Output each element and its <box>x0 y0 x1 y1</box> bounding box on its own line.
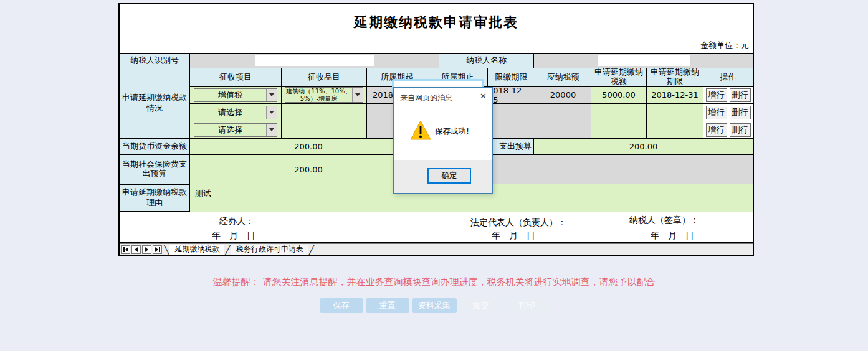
tab-edge-decoration: ╱ <box>309 245 314 255</box>
defer-deadline-cell[interactable]: 2018-12-31 <box>647 87 703 104</box>
tab-defer-tax[interactable]: 延期缴纳税款 <box>169 245 224 255</box>
last-sheet-button[interactable] <box>153 245 162 254</box>
dialog-footer: 确定 <box>394 160 492 193</box>
pay-deadline-cell <box>488 121 535 139</box>
social-value[interactable]: 200.00 <box>190 155 427 184</box>
item-cell[interactable] <box>282 121 367 139</box>
project-select-value: 请选择 <box>194 106 266 119</box>
funds-value[interactable]: 200.00 <box>190 139 427 155</box>
row-actions-cell: 增行 删行 <box>703 121 753 139</box>
defer-deadline-cell[interactable] <box>647 121 703 139</box>
sheet-tab-strip: ╲ 延期缴纳税款 ╱ 税务行政许可申请表 ╱ <box>120 243 753 255</box>
chevron-down-icon[interactable] <box>266 89 277 101</box>
taxpayer-seal-label: 纳税人（签章）： <box>629 215 699 226</box>
chevron-down-icon[interactable] <box>352 88 363 102</box>
collect-data-button[interactable]: 资料采集 <box>412 298 457 313</box>
tax-due-cell: 20000 <box>535 87 591 104</box>
item-select[interactable]: 建筑物（11%、10%、5%）-增量房 <box>285 87 363 103</box>
social-label: 当期社会保险费支出预算 <box>120 155 190 184</box>
col-header-actions: 操作 <box>703 68 753 87</box>
agent-label: 经办人： <box>219 216 254 227</box>
col-header-defer-deadline: 申请延期缴纳期限 <box>647 68 703 87</box>
project-select[interactable]: 请选择 <box>194 106 277 119</box>
defer-section-label: 申请延期缴纳税款情况 <box>120 68 190 139</box>
project-select[interactable]: 增值税 <box>194 88 277 102</box>
reset-button[interactable]: 重置 <box>366 298 409 313</box>
prev-sheet-button[interactable] <box>131 245 141 254</box>
col-header-item: 征收品目 <box>282 68 367 87</box>
defer-amount-cell[interactable]: 5000.00 <box>591 87 647 104</box>
tab-edge-decoration: ╱ <box>225 245 230 255</box>
dialog-title: 来自网页的消息 <box>400 93 452 103</box>
reminder-text: 温馨提醒： 请您关注消息提醒，并在业务查询模块查询办理进度，税务机关将进行实地调… <box>0 276 868 288</box>
form-header: 延期缴纳税款申请审批表 金额单位：元 <box>120 4 753 53</box>
col-header-defer-amount: 申请延期缴纳税额 <box>591 68 647 87</box>
taxpayer-row: 纳税人识别号 纳税人名称 <box>120 53 753 68</box>
defer-amount-cell[interactable] <box>591 104 647 121</box>
taxpayer-date-placeholder: 年 月 日 <box>651 230 694 241</box>
print-button: 打印 <box>505 298 549 313</box>
submit-button: 提交 <box>459 298 503 313</box>
tab-edge-decoration: ╲ <box>164 245 169 255</box>
add-row-button[interactable]: 增行 <box>706 106 727 119</box>
add-row-button[interactable]: 增行 <box>706 123 727 137</box>
reason-label: 申请延期缴纳税款理由 <box>119 184 190 212</box>
delete-row-button[interactable]: 删行 <box>730 88 751 102</box>
project-select[interactable]: 请选择 <box>194 123 277 137</box>
pay-deadline-cell <box>488 104 535 121</box>
taxpayer-id-label: 纳税人识别号 <box>120 54 190 68</box>
signature-section: 经办人： 年 月 日 法定代表人（负责人）： 年 月 日 纳税人（签章）： 年 … <box>120 212 753 243</box>
redacted-taxpayer-name <box>598 55 690 66</box>
add-row-button[interactable]: 增行 <box>706 88 727 102</box>
delete-row-button[interactable]: 删行 <box>730 123 751 137</box>
item-cell[interactable] <box>282 104 367 121</box>
pay-deadline-cell: 2018-12-15 <box>488 87 535 104</box>
taxpayer-id-value <box>190 54 439 68</box>
project-cell: 增值税 <box>190 87 282 104</box>
expense-budget-value[interactable]: 200.00 <box>534 139 753 155</box>
item-select-value: 建筑物（11%、10%、5%）-增量房 <box>285 88 351 102</box>
tax-due-cell <box>535 104 591 121</box>
defer-amount-cell[interactable] <box>591 121 647 139</box>
project-cell: 请选择 <box>190 121 282 139</box>
redacted-taxpayer-id <box>255 55 374 66</box>
row-actions-cell: 增行 删行 <box>703 104 753 121</box>
project-select-value: 增值税 <box>194 89 266 101</box>
page-title: 延期缴纳税款申请审批表 <box>120 4 753 32</box>
next-sheet-button[interactable] <box>142 245 151 254</box>
dialog-message: 保存成功! <box>435 126 469 137</box>
save-button[interactable]: 保存 <box>320 298 363 313</box>
defer-deadline-cell[interactable] <box>647 104 703 121</box>
row-actions-cell: 增行 删行 <box>703 87 753 104</box>
col-header-project: 征收项目 <box>190 68 282 87</box>
legal-rep-label: 法定代表人（负责人）： <box>470 217 566 228</box>
action-bar: 保存 重置 资料采集 提交 打印 <box>0 298 868 313</box>
project-select-value: 请选择 <box>194 124 266 136</box>
taxpayer-name-value <box>534 54 753 68</box>
message-dialog: 来自网页的消息 ✕ 保存成功! 确定 <box>393 87 493 194</box>
legal-rep-date-placeholder: 年 月 日 <box>492 230 535 241</box>
col-header-tax-due: 应纳税额 <box>535 68 591 87</box>
tax-due-cell <box>535 121 591 139</box>
chevron-down-icon[interactable] <box>266 106 277 119</box>
project-cell: 请选择 <box>190 104 282 121</box>
col-header-pay-deadline: 限缴期限 <box>488 68 535 87</box>
item-cell: 建筑物（11%、10%、5%）-增量房 <box>282 87 367 104</box>
taxpayer-name-label: 纳税人名称 <box>439 54 534 68</box>
ok-button[interactable]: 确定 <box>427 168 471 184</box>
tab-admin-license[interactable]: 税务行政许可申请表 <box>231 245 308 255</box>
first-sheet-button[interactable] <box>121 245 130 254</box>
delete-row-button[interactable]: 删行 <box>730 106 751 119</box>
warning-icon <box>410 120 431 143</box>
chevron-down-icon[interactable] <box>266 124 277 136</box>
agent-date-placeholder: 年 月 日 <box>212 230 255 241</box>
funds-label: 当期货币资金余额 <box>120 139 190 155</box>
close-icon[interactable]: ✕ <box>480 91 487 101</box>
amount-unit-note: 金额单位：元 <box>700 40 749 51</box>
